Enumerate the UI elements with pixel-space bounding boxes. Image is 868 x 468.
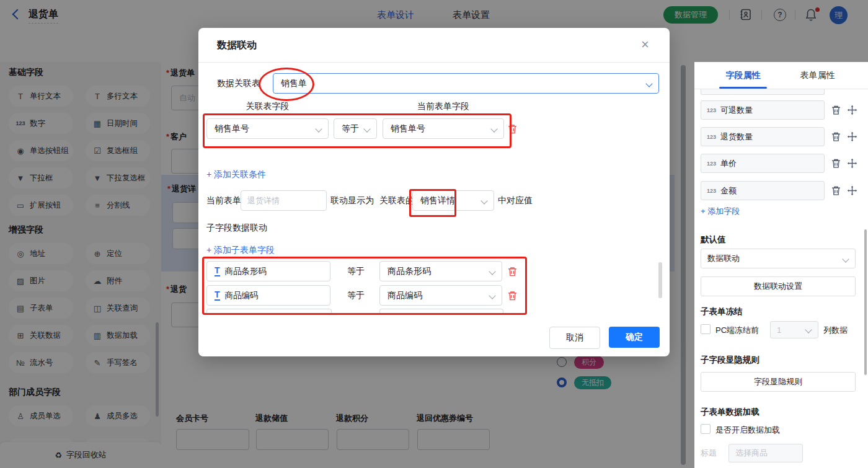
properties-panel: 字段属性 表单属性 123可退数量 123退货数量 123单价 123金额 + … [694,62,868,468]
modal-title: 数据联动 [217,39,257,52]
display-middle-label: 联动显示为 [330,195,374,206]
chevron-down-icon [315,125,322,132]
freeze-suffix: 列数据 [823,325,848,336]
text-field-icon: T [215,290,220,301]
delete-field-icon[interactable] [831,131,841,142]
field-item-returnable-qty[interactable]: 123可退数量 [701,100,825,120]
freeze-count-select[interactable]: 1 [770,321,818,338]
delete-subfield-icon[interactable] [507,266,518,277]
chevron-down-icon [363,125,370,132]
move-field-icon[interactable] [847,158,857,169]
cancel-button[interactable]: 取消 [549,327,600,349]
delete-subfield-icon[interactable] [507,290,518,301]
number-badge-icon: 123 [707,188,716,194]
data-linkage-modal: 数据联动 × 数据关联表 销售单 关联表字段 当前表单字段 销售单号 等于 销售… [198,28,670,356]
move-field-icon[interactable] [847,131,857,142]
field-item-amount[interactable]: 123金额 [701,181,825,200]
chevron-down-icon [490,125,497,132]
confirm-button[interactable]: 确定 [609,327,660,348]
title-label: 标题 [701,448,717,459]
relation-table-select[interactable]: 销售单 [273,73,659,94]
number-badge-icon: 123 [707,161,716,167]
subfield-section-label: 子字段数据联动 [206,223,267,234]
move-field-icon[interactable] [847,185,857,196]
default-value-select[interactable]: 数据联动 [701,249,856,268]
subfield-visibility-label: 子字段显隐规则 [701,355,760,366]
text-field-icon: T [215,266,220,276]
active-tab-underline [719,87,767,89]
linkage-setting-button[interactable]: 数据联动设置 [701,276,856,296]
chevron-down-icon [480,197,487,204]
subfield-left-barcode[interactable]: T 商品条形码 [206,261,330,281]
delete-field-icon[interactable] [831,185,841,196]
subfield-right-product-code-select[interactable]: 商品编码 [379,285,502,306]
modal-header-divider [198,62,670,63]
chevron-down-icon [842,255,849,262]
chevron-down-icon [805,326,812,333]
freeze-checkbox[interactable] [701,324,711,334]
condition-right-select[interactable]: 销售单号 [383,118,504,139]
data-load-checkbox[interactable] [701,424,711,434]
title-value-input[interactable]: 选择商品 [728,444,803,462]
tab-field-properties[interactable]: 字段属性 [719,70,767,81]
relation-table-label: 数据关联表 [217,78,260,89]
subfield-row-partial [206,309,332,314]
add-field-link[interactable]: + 添加字段 [701,206,740,217]
delete-field-icon[interactable] [831,158,841,169]
move-field-icon[interactable] [847,105,857,115]
field-item-partial[interactable] [701,89,825,95]
display-suffix-label: 中对应值 [498,195,533,206]
col-header-current-field: 当前表单字段 [383,101,504,112]
condition-operator-select[interactable]: 等于 [334,118,377,139]
chevron-down-icon [489,268,495,275]
number-badge-icon: 123 [707,107,716,113]
col-header-relation-field: 关联表字段 [206,101,329,112]
field-item-return-qty[interactable]: 123退货数量 [701,127,825,146]
number-badge-icon: 123 [707,134,716,140]
data-load-text: 是否开启数据加载 [715,425,780,436]
display-value-select[interactable]: 销售详情 [412,190,494,211]
delete-condition-icon[interactable] [507,123,518,135]
condition-left-select[interactable]: 销售单号 [206,118,329,139]
display-of-table-label: 关联表的 [379,195,414,206]
subfield-left-product-code[interactable]: T 商品编码 [206,285,330,306]
default-value-label: 默认值 [701,234,726,245]
subfield-right-barcode-select[interactable]: 商品条形码 [379,261,502,281]
chevron-down-icon [489,292,495,299]
close-icon[interactable]: × [641,38,649,51]
subfield-op-label: 等于 [347,290,365,301]
tab-form-properties[interactable]: 表单属性 [794,70,841,81]
freeze-text: PC端冻结前 [715,325,759,336]
subfield-op-label: 等于 [347,266,365,277]
delete-field-icon[interactable] [831,105,841,115]
subform-freeze-label: 子表单冻结 [701,306,743,317]
add-subfield-link[interactable]: + 添加子表单字段 [206,245,275,256]
panel-tabs: 字段属性 表单属性 [694,62,868,89]
chevron-down-icon [645,80,652,87]
display-field-input[interactable] [241,190,327,211]
visibility-rule-button[interactable]: 字段显隐规则 [701,372,856,392]
field-item-unit-price[interactable]: 123单价 [701,154,825,173]
panel-scrollbar[interactable] [864,229,867,375]
subfield-row-partial [379,309,503,314]
add-condition-link[interactable]: + 添加关联条件 [206,169,266,180]
subform-data-load-label: 子表单数据加载 [701,407,760,418]
modal-scrollbar[interactable] [658,262,662,298]
